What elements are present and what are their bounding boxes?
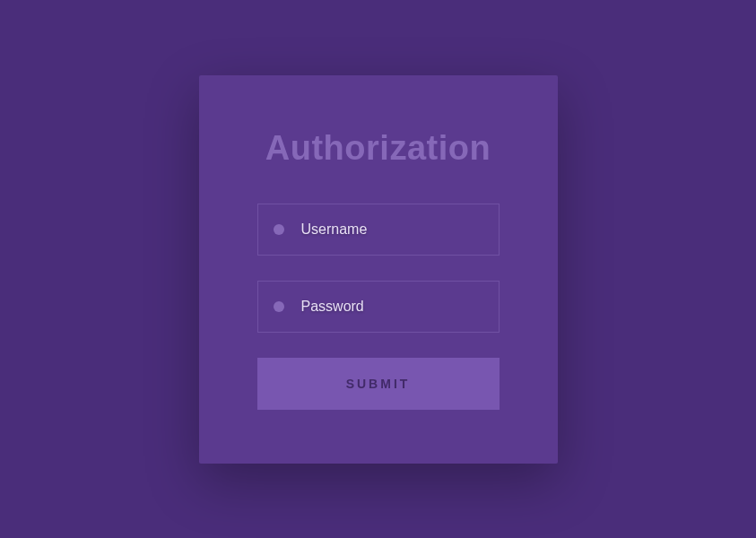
username-input[interactable] <box>257 204 500 256</box>
password-input[interactable] <box>257 281 500 333</box>
submit-button[interactable]: SUBMIT <box>257 358 500 410</box>
authorization-card: Authorization SUBMIT <box>199 75 558 464</box>
lock-icon <box>274 301 284 312</box>
user-icon <box>274 224 284 235</box>
username-wrapper <box>257 204 500 256</box>
password-wrapper <box>257 281 500 333</box>
authorization-title: Authorization <box>257 129 500 168</box>
